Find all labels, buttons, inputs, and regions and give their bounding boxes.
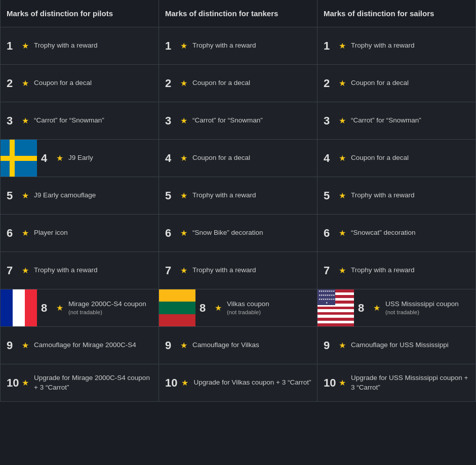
row-label: Mirage 2000C-S4 coupon(not tradable) [68,300,146,316]
star-icon: ★ [180,191,188,200]
cell-col2-row4: 5 ★ Trophy with a reward [318,177,476,215]
row-num: 8 [358,303,369,314]
rewards-grid: Marks of distinction for pilotsMarks of … [0,0,476,402]
star-icon: ★ [339,378,347,388]
cell-sub: (not tradable) [68,309,146,316]
cell-sub: (not tradable) [385,309,459,316]
row-label: Trophy with a reward [351,41,415,50]
cell-col1-row0: 1 ★ Trophy with a reward [159,27,318,65]
star-icon: ★ [181,378,189,388]
cell-col2-row2: 3 ★ “Carrot” for “Snowman” [318,102,476,140]
row-num: 10 [324,377,335,389]
cell-col0-row0: 1 ★ Trophy with a reward [1,27,159,65]
star-icon: ★ [339,116,347,125]
row-num: 3 [165,115,176,126]
cell-col2-row8: 9 ★ Camouflage for USS Mississippi [318,327,476,364]
cell-col2-row6: 7 ★ Trophy with a reward [318,252,476,289]
row-num: 2 [324,78,335,89]
star-icon: ★ [339,78,347,88]
row-label: Trophy with a reward [34,266,98,275]
star-icon: ★ [339,191,347,200]
star-icon: ★ [22,341,30,350]
star-icon: ★ [22,116,30,125]
cell-col0-row6: 7 ★ Trophy with a reward [1,252,159,289]
star-icon: ★ [56,303,64,313]
cell-col1-row6: 7 ★ Trophy with a reward [159,252,318,289]
star-icon: ★ [56,153,64,163]
row-num: 10 [165,377,177,389]
cell-col1-row2: 3 ★ “Carrot” for “Snowman” [159,102,318,140]
row-label: “Carrot” for “Snowman” [192,116,263,125]
row-num: 8 [200,303,211,314]
row-label: Player icon [34,228,68,237]
row-num: 6 [324,228,335,239]
row-label: Camouflage for Vilkas [192,341,259,350]
row-num: 7 [324,265,335,276]
row-num: 5 [7,190,18,201]
col-header-2: Marks of distinction for sailors [318,0,476,27]
row-label: Trophy with a reward [34,41,98,50]
cell-col1-row1: 2 ★ Coupon for a decal [159,65,318,102]
cell-col2-row1: 2 ★ Coupon for a decal [318,65,476,102]
star-icon: ★ [22,78,30,88]
row-label: Vilkas coupon(not tradable) [227,300,269,316]
star-icon: ★ [22,191,30,200]
star-icon: ★ [180,41,188,51]
cell-col1-row7: 8 ★ Vilkas coupon(not tradable) [159,289,318,327]
cell-col0-row3: 4 ★ J9 Early [1,140,159,177]
row-num: 1 [7,40,18,52]
row-label: Camouflage for Mirage 2000C-S4 [34,341,136,350]
row-label: J9 Early [68,153,93,162]
cell-col0-row5: 6 ★ Player icon [1,215,159,252]
row-num: 4 [324,153,335,164]
row-num: 9 [324,340,335,351]
row-num: 5 [324,190,335,201]
cell-col0-row7: 8 ★ Mirage 2000C-S4 coupon(not tradable) [1,289,159,327]
row-label: Trophy with a reward [351,191,415,200]
star-icon: ★ [22,266,30,275]
cell-col0-row4: 5 ★ J9 Early camouflage [1,177,159,215]
row-label: Trophy with a reward [192,191,256,200]
row-num: 2 [165,78,176,89]
star-icon: ★ [22,41,30,51]
cell-col0-row9: 10 ★ Upgrade for Mirage 2000C-S4 coupon … [1,364,159,402]
cell-col2-row0: 1 ★ Trophy with a reward [318,27,476,65]
cell-col0-row2: 3 ★ “Carrot” for “Snowman” [1,102,159,140]
row-num: 3 [324,115,335,126]
row-label: Upgrade for Vilkas coupon + 3 “Carrot” [193,378,311,387]
row-num: 1 [324,40,335,52]
star-icon: ★ [22,378,30,388]
row-label: “Carrot” for “Snowman” [351,116,421,125]
row-num: 4 [41,153,52,164]
star-icon: ★ [339,266,347,275]
row-num: 2 [7,78,18,89]
star-icon: ★ [339,41,347,51]
row-label: Coupon for a decal [192,153,250,162]
row-label: “Snow Bike” decoration [192,228,263,237]
star-icon: ★ [180,78,188,88]
cell-col2-row7: ★★★★★★★★★★★★★★★★★★★★★★★★★ 8 ★ USS Missis… [318,289,476,327]
star-icon: ★ [339,341,347,350]
cell-col0-row8: 9 ★ Camouflage for Mirage 2000C-S4 [1,327,159,364]
row-num: 1 [165,40,176,52]
row-num: 6 [7,228,18,239]
row-num: 6 [165,228,176,239]
cell-col1-row5: 6 ★ “Snow Bike” decoration [159,215,318,252]
row-label: Trophy with a reward [192,41,256,50]
cell-col2-row5: 6 ★ “Snowcat” decoration [318,215,476,252]
row-label: Coupon for a decal [351,153,409,162]
row-num: 8 [41,303,52,314]
row-label: Coupon for a decal [34,78,92,88]
row-label: Trophy with a reward [351,266,415,275]
row-num: 7 [7,265,18,276]
row-label: USS Mississippi coupon(not tradable) [385,300,459,316]
row-label: Coupon for a decal [351,78,409,88]
star-icon: ★ [373,303,381,313]
cell-col0-row1: 2 ★ Coupon for a decal [1,65,159,102]
row-label: J9 Early camouflage [34,191,96,200]
cell-col2-row3: 4 ★ Coupon for a decal [318,140,476,177]
cell-col1-row3: 4 ★ Coupon for a decal [159,140,318,177]
star-icon: ★ [180,266,188,275]
row-label: Camouflage for USS Mississippi [351,341,449,350]
star-icon: ★ [180,228,188,238]
